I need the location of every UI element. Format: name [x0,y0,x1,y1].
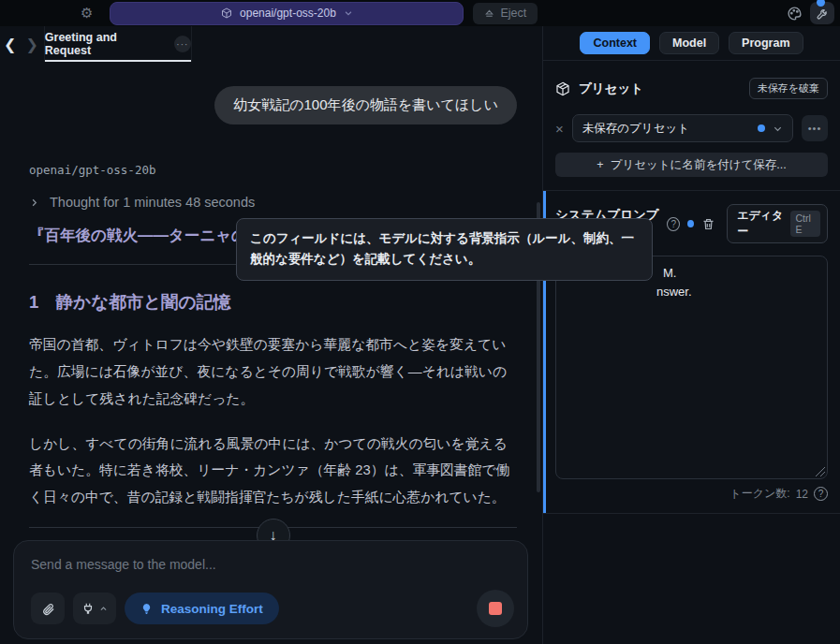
system-prompt-text-line: nswer. [656,283,818,301]
chevron-down-icon [344,8,353,18]
panel-tab-bar: Context Model Program [543,26,840,61]
chevron-up-icon [99,605,108,613]
save-preset-button[interactable]: + プリセットに名前を付けて保存... [555,153,828,177]
model-cube-icon [221,7,232,19]
eject-button[interactable]: Eject [473,3,538,24]
topbar-right-group [787,2,834,24]
preset-section: プリセット 未保存を破棄 × 未保存のプリセット ••• + プリセットに名前を… [543,61,840,190]
token-count-value: 12 [796,488,808,501]
system-prompt-text-line: M. [663,264,818,283]
nav-forward-icon[interactable]: ❯ [25,36,37,53]
preset-title: プリセット [579,80,643,97]
composer-placeholder[interactable]: Send a message to the model... [14,541,527,572]
settings-panel: Context Model Program プリセット 未保存を破棄 × 未保存… [543,26,840,644]
plugin-button[interactable] [73,593,116,624]
thought-label: Thought for 1 minutes 48 seconds [50,195,255,210]
plus-icon: + [597,158,603,171]
package-icon [555,81,570,96]
section-heading-1: 1 静かな都市と闇の記憶 [29,290,517,314]
token-count-label: トークン数: [729,486,789,502]
eject-icon [484,8,494,19]
tab-model[interactable]: Model [659,32,719,54]
eject-label: Eject [500,7,526,20]
panel-divider [543,513,840,514]
preset-dropdown-label: 未保存のプリセット [582,121,750,137]
tab-context[interactable]: Context [580,32,650,54]
stop-icon [489,602,502,615]
paperclip-icon [41,602,55,616]
help-icon[interactable]: ? [667,217,680,231]
chevron-down-icon [773,124,783,134]
tab-menu-ellipsis-icon[interactable]: ··· [174,36,191,52]
lightbulb-icon [140,603,153,615]
editor-shortcut: Ctrl E [790,211,820,237]
clear-preset-icon[interactable]: × [555,121,564,137]
system-prompt-tooltip: このフィールドには、モデルに対する背景指示（ルール、制約、一般的な要件など）を記… [236,218,653,281]
message-composer[interactable]: Send a message to the model... Reasoning… [13,540,528,639]
resize-handle[interactable] [816,467,825,476]
section-divider: ↓ [29,527,517,528]
tab-program[interactable]: Program [729,32,803,54]
developer-wrench-button[interactable] [810,2,834,24]
user-message-row: 幼女戦記の100年後の物語を書いてほしい [29,86,517,124]
open-editor-button[interactable]: エディター Ctrl E [727,204,828,243]
model-selector[interactable]: openai/gpt-oss-20b [110,2,464,25]
plug-icon [81,602,95,615]
reasoning-effort-label: Reasoning Effort [161,602,263,616]
assistant-model-name: openai/gpt-oss-20b [29,163,517,177]
chat-tab-strip: ❮ ❯ Greeting and Request ··· [0,26,542,62]
main-row: ❮ ❯ Greeting and Request ··· 幼女戦記の100年後の… [0,26,840,644]
preset-row: × 未保存のプリセット ••• [555,114,828,142]
settings-gear-icon[interactable]: ⚙ [81,5,93,22]
token-count-row: トークン数: 12 ? [555,486,828,502]
system-prompt-actions: エディター Ctrl E [701,204,828,243]
top-bar: ⚙ openai/gpt-oss-20b Eject [0,0,840,26]
model-selector-label: openai/gpt-oss-20b [240,7,336,20]
save-preset-label: プリセットに名前を付けて保存... [611,157,787,173]
nav-back-icon[interactable]: ❮ [4,36,16,53]
thought-toggle[interactable]: Thought for 1 minutes 48 seconds [29,195,517,210]
theme-palette-icon[interactable] [787,6,803,22]
trash-icon[interactable] [701,217,715,231]
editor-label: エディター [737,208,784,240]
chat-tab-greeting-and-request[interactable]: Greeting and Request ··· [44,26,192,62]
stop-generation-button[interactable] [477,590,514,627]
preset-dropdown[interactable]: 未保存のプリセット [572,114,793,142]
system-prompt-active-dot [687,220,694,227]
token-help-icon[interactable]: ? [814,487,828,501]
nav-chevrons: ❮ ❯ [0,26,44,62]
preset-more-button[interactable]: ••• [802,115,828,141]
attach-file-button[interactable] [31,593,65,624]
composer-actions: Reasoning Effort [31,590,514,627]
unsaved-changes-dot [758,124,765,132]
chevron-right-icon [29,198,39,208]
response-paragraph: しかし、すべての街角に流れる風景の中には、かつての戦火の匂いを覚える者もいた。特… [29,431,517,512]
reasoning-effort-button[interactable]: Reasoning Effort [125,593,279,624]
preset-header: プリセット 未保存を破棄 [555,78,828,99]
response-paragraph: 帝国の首都、ヴィトロフは今や鉄壁の要塞から華麗な都市へと姿を変えていた。広場には… [29,331,517,413]
system-prompt-textarea[interactable]: M. nswer. [555,256,828,479]
chat-tab-label: Greeting and Request [45,31,166,57]
user-message-bubble: 幼女戦記の100年後の物語を書いてほしい [214,86,517,124]
discard-unsaved-button[interactable]: 未保存を破棄 [749,78,828,99]
wrench-icon [816,7,830,21]
chat-column: ❮ ❯ Greeting and Request ··· 幼女戦記の100年後の… [0,26,543,644]
